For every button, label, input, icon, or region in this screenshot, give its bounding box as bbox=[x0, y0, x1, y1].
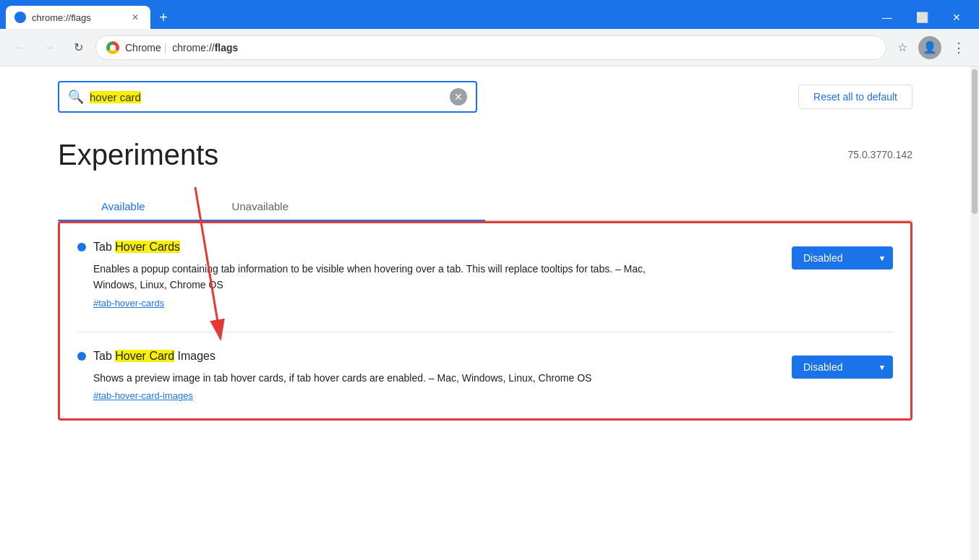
flag-divider bbox=[77, 332, 893, 332]
flag-dot-icon bbox=[77, 243, 86, 251]
flag-anchor-link[interactable]: #tab-hover-cards bbox=[93, 298, 686, 309]
star-icon: ☆ bbox=[897, 40, 907, 54]
page-title: Experiments bbox=[58, 139, 218, 171]
flag-title-text: Tab Hover Cards bbox=[93, 241, 180, 254]
scrollbar[interactable] bbox=[970, 66, 979, 560]
flag-item: Tab Hover Cards Enables a popup containi… bbox=[77, 241, 893, 309]
flag-select-control[interactable]: Default Enabled Disabled bbox=[792, 246, 893, 270]
url-bar[interactable]: Chrome | chrome://flags bbox=[95, 35, 886, 60]
tab-close-button[interactable]: ✕ bbox=[129, 11, 142, 24]
titlebar: chrome://flags ✕ + — ⬜ ✕ bbox=[0, 0, 979, 29]
chrome-logo-icon bbox=[106, 41, 119, 54]
bookmark-button[interactable]: ☆ bbox=[892, 38, 912, 58]
flag-item: Tab Hover Card Images Shows a preview im… bbox=[77, 350, 893, 401]
refresh-icon: ↻ bbox=[74, 40, 83, 54]
minimize-button[interactable]: — bbox=[871, 6, 904, 29]
tab-strip: chrome://flags ✕ + bbox=[0, 0, 174, 29]
flag-title-text: Tab Hover Card Images bbox=[93, 350, 215, 363]
scrollbar-thumb[interactable] bbox=[972, 69, 978, 214]
url-text-display: chrome://flags bbox=[172, 42, 238, 53]
forward-button[interactable]: → bbox=[38, 36, 61, 59]
reset-all-button[interactable]: Reset all to default bbox=[798, 85, 912, 109]
restore-button[interactable]: ⬜ bbox=[905, 6, 939, 29]
search-clear-button[interactable]: ✕ bbox=[450, 88, 467, 105]
flag-select-wrapper-2: Default Enabled Disabled ▼ bbox=[792, 356, 893, 379]
search-icon: 🔍 bbox=[68, 89, 84, 105]
tab-favicon-icon bbox=[14, 12, 26, 23]
version-label: 75.0.3770.142 bbox=[847, 139, 912, 160]
search-input-display[interactable]: hover card bbox=[90, 91, 444, 103]
tabs-row: Available Unavailable bbox=[58, 193, 912, 221]
flag-title-row: Tab Hover Card Images bbox=[77, 350, 591, 363]
tab-available[interactable]: Available bbox=[58, 193, 189, 220]
search-area: 🔍 hover card ✕ Reset all to default bbox=[58, 66, 912, 124]
active-tab[interactable]: chrome://flags ✕ bbox=[6, 6, 150, 29]
chrome-menu-button[interactable]: ⋮ bbox=[947, 36, 970, 59]
page-body: 🔍 hover card ✕ Reset all to default Expe… bbox=[0, 66, 979, 560]
profile-icon: 👤 bbox=[923, 40, 937, 54]
experiments-header: Experiments 75.0.3770.142 bbox=[58, 124, 912, 193]
back-button[interactable]: ← bbox=[9, 36, 32, 59]
back-arrow-icon: ← bbox=[14, 41, 26, 54]
main-content: 🔍 hover card ✕ Reset all to default Expe… bbox=[0, 66, 970, 560]
close-button[interactable]: ✕ bbox=[940, 6, 973, 29]
url-chrome-label: Chrome | bbox=[125, 42, 166, 53]
results-container: Tab Hover Cards Enables a popup containi… bbox=[58, 221, 912, 421]
clear-icon: ✕ bbox=[454, 91, 463, 103]
flag-dot-icon bbox=[77, 352, 86, 361]
flag-select-control-2[interactable]: Default Enabled Disabled bbox=[792, 356, 893, 379]
flag-select-wrapper: Default Enabled Disabled ▼ bbox=[792, 246, 893, 270]
window-controls: — ⬜ ✕ bbox=[871, 0, 979, 29]
address-bar: ← → ↻ Chrome | chrome://flags ☆ 👤 ⋮ bbox=[0, 29, 979, 66]
search-box[interactable]: 🔍 hover card ✕ bbox=[58, 81, 477, 113]
tab-unavailable[interactable]: Unavailable bbox=[189, 193, 332, 220]
flag-description: Shows a preview image in tab hover cards… bbox=[93, 370, 591, 386]
profile-button[interactable]: 👤 bbox=[918, 36, 941, 59]
refresh-button[interactable]: ↻ bbox=[67, 36, 90, 59]
flask-icon bbox=[17, 14, 24, 21]
new-tab-button[interactable]: + bbox=[153, 7, 174, 27]
search-highlight-text: hover card bbox=[90, 91, 141, 103]
flag-anchor-link[interactable]: #tab-hover-card-images bbox=[93, 390, 591, 401]
tab-title-text: chrome://flags bbox=[32, 12, 123, 23]
flag-title-row: Tab Hover Cards bbox=[77, 241, 686, 254]
forward-arrow-icon: → bbox=[43, 41, 55, 54]
more-vert-icon: ⋮ bbox=[952, 40, 965, 56]
flag-description: Enables a popup containing tab informati… bbox=[93, 261, 686, 293]
